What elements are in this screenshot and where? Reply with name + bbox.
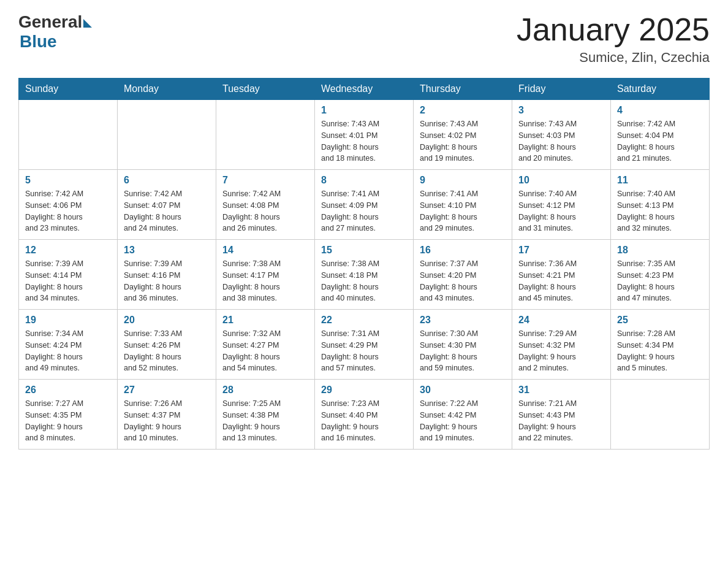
day-info: Sunrise: 7:34 AM Sunset: 4:24 PM Dayligh… bbox=[25, 328, 111, 374]
day-info: Sunrise: 7:29 AM Sunset: 4:32 PM Dayligh… bbox=[518, 328, 604, 374]
calendar-table: SundayMondayTuesdayWednesdayThursdayFrid… bbox=[18, 78, 710, 450]
day-info: Sunrise: 7:43 AM Sunset: 4:02 PM Dayligh… bbox=[420, 118, 506, 164]
day-number: 25 bbox=[617, 315, 703, 326]
day-info: Sunrise: 7:38 AM Sunset: 4:17 PM Dayligh… bbox=[222, 258, 308, 304]
day-info: Sunrise: 7:42 AM Sunset: 4:06 PM Dayligh… bbox=[25, 188, 111, 234]
day-info: Sunrise: 7:41 AM Sunset: 4:09 PM Dayligh… bbox=[321, 188, 407, 234]
day-info: Sunrise: 7:39 AM Sunset: 4:14 PM Dayligh… bbox=[25, 258, 111, 304]
calendar-day-cell: 11Sunrise: 7:40 AM Sunset: 4:13 PM Dayli… bbox=[611, 170, 710, 240]
day-number: 3 bbox=[518, 105, 604, 116]
calendar-day-cell: 5Sunrise: 7:42 AM Sunset: 4:06 PM Daylig… bbox=[19, 170, 118, 240]
day-number: 27 bbox=[124, 385, 210, 396]
day-number: 29 bbox=[321, 385, 407, 396]
calendar-week-row: 26Sunrise: 7:27 AM Sunset: 4:35 PM Dayli… bbox=[19, 380, 710, 450]
calendar-day-cell bbox=[611, 380, 710, 450]
calendar-day-cell: 13Sunrise: 7:39 AM Sunset: 4:16 PM Dayli… bbox=[118, 240, 216, 310]
day-info: Sunrise: 7:39 AM Sunset: 4:16 PM Dayligh… bbox=[124, 258, 210, 304]
day-of-week-header: Tuesday bbox=[216, 79, 315, 100]
logo: General Blue bbox=[18, 12, 92, 52]
day-info: Sunrise: 7:27 AM Sunset: 4:35 PM Dayligh… bbox=[25, 398, 111, 444]
calendar-day-cell bbox=[118, 100, 216, 170]
logo-arrow-icon bbox=[83, 19, 92, 28]
calendar-week-row: 12Sunrise: 7:39 AM Sunset: 4:14 PM Dayli… bbox=[19, 240, 710, 310]
calendar-day-cell: 1Sunrise: 7:43 AM Sunset: 4:01 PM Daylig… bbox=[315, 100, 414, 170]
day-info: Sunrise: 7:40 AM Sunset: 4:12 PM Dayligh… bbox=[518, 188, 604, 234]
day-info: Sunrise: 7:43 AM Sunset: 4:03 PM Dayligh… bbox=[518, 118, 604, 164]
calendar-day-cell: 2Sunrise: 7:43 AM Sunset: 4:02 PM Daylig… bbox=[414, 100, 512, 170]
day-number: 30 bbox=[420, 385, 506, 396]
day-number: 7 bbox=[222, 175, 308, 186]
calendar-week-row: 1Sunrise: 7:43 AM Sunset: 4:01 PM Daylig… bbox=[19, 100, 710, 170]
day-info: Sunrise: 7:40 AM Sunset: 4:13 PM Dayligh… bbox=[617, 188, 703, 234]
calendar-header-row: SundayMondayTuesdayWednesdayThursdayFrid… bbox=[19, 79, 710, 100]
calendar-day-cell: 27Sunrise: 7:26 AM Sunset: 4:37 PM Dayli… bbox=[118, 380, 216, 450]
calendar-day-cell: 28Sunrise: 7:25 AM Sunset: 4:38 PM Dayli… bbox=[216, 380, 315, 450]
day-info: Sunrise: 7:42 AM Sunset: 4:04 PM Dayligh… bbox=[617, 118, 703, 164]
day-info: Sunrise: 7:31 AM Sunset: 4:29 PM Dayligh… bbox=[321, 328, 407, 374]
logo-general-text: General bbox=[18, 12, 82, 32]
day-info: Sunrise: 7:32 AM Sunset: 4:27 PM Dayligh… bbox=[222, 328, 308, 374]
day-info: Sunrise: 7:25 AM Sunset: 4:38 PM Dayligh… bbox=[222, 398, 308, 444]
day-of-week-header: Sunday bbox=[19, 79, 118, 100]
page-header: General Blue January 2025 Sumice, Zlin, … bbox=[18, 12, 710, 66]
day-number: 24 bbox=[518, 315, 604, 326]
day-number: 6 bbox=[124, 175, 210, 186]
day-number: 8 bbox=[321, 175, 407, 186]
day-number: 14 bbox=[222, 245, 308, 256]
day-info: Sunrise: 7:43 AM Sunset: 4:01 PM Dayligh… bbox=[321, 118, 407, 164]
day-info: Sunrise: 7:22 AM Sunset: 4:42 PM Dayligh… bbox=[420, 398, 506, 444]
day-info: Sunrise: 7:33 AM Sunset: 4:26 PM Dayligh… bbox=[124, 328, 210, 374]
day-number: 1 bbox=[321, 105, 407, 116]
day-number: 10 bbox=[518, 175, 604, 186]
calendar-day-cell: 23Sunrise: 7:30 AM Sunset: 4:30 PM Dayli… bbox=[414, 310, 512, 380]
calendar-day-cell: 25Sunrise: 7:28 AM Sunset: 4:34 PM Dayli… bbox=[611, 310, 710, 380]
day-info: Sunrise: 7:28 AM Sunset: 4:34 PM Dayligh… bbox=[617, 328, 703, 374]
day-info: Sunrise: 7:35 AM Sunset: 4:23 PM Dayligh… bbox=[617, 258, 703, 304]
calendar-day-cell bbox=[216, 100, 315, 170]
day-info: Sunrise: 7:30 AM Sunset: 4:30 PM Dayligh… bbox=[420, 328, 506, 374]
day-info: Sunrise: 7:21 AM Sunset: 4:43 PM Dayligh… bbox=[518, 398, 604, 444]
day-number: 4 bbox=[617, 105, 703, 116]
day-info: Sunrise: 7:42 AM Sunset: 4:07 PM Dayligh… bbox=[124, 188, 210, 234]
calendar-day-cell: 7Sunrise: 7:42 AM Sunset: 4:08 PM Daylig… bbox=[216, 170, 315, 240]
day-number: 5 bbox=[25, 175, 111, 186]
day-info: Sunrise: 7:38 AM Sunset: 4:18 PM Dayligh… bbox=[321, 258, 407, 304]
day-number: 12 bbox=[25, 245, 111, 256]
calendar-week-row: 19Sunrise: 7:34 AM Sunset: 4:24 PM Dayli… bbox=[19, 310, 710, 380]
day-of-week-header: Saturday bbox=[611, 79, 710, 100]
calendar-day-cell: 20Sunrise: 7:33 AM Sunset: 4:26 PM Dayli… bbox=[118, 310, 216, 380]
day-number: 31 bbox=[518, 385, 604, 396]
calendar-day-cell: 29Sunrise: 7:23 AM Sunset: 4:40 PM Dayli… bbox=[315, 380, 414, 450]
calendar-day-cell: 4Sunrise: 7:42 AM Sunset: 4:04 PM Daylig… bbox=[611, 100, 710, 170]
day-info: Sunrise: 7:26 AM Sunset: 4:37 PM Dayligh… bbox=[124, 398, 210, 444]
title-section: January 2025 Sumice, Zlin, Czechia bbox=[517, 12, 710, 66]
calendar-day-cell: 10Sunrise: 7:40 AM Sunset: 4:12 PM Dayli… bbox=[512, 170, 611, 240]
day-number: 23 bbox=[420, 315, 506, 326]
day-number: 18 bbox=[617, 245, 703, 256]
calendar-day-cell: 3Sunrise: 7:43 AM Sunset: 4:03 PM Daylig… bbox=[512, 100, 611, 170]
calendar-day-cell: 12Sunrise: 7:39 AM Sunset: 4:14 PM Dayli… bbox=[19, 240, 118, 310]
day-of-week-header: Wednesday bbox=[315, 79, 414, 100]
day-number: 22 bbox=[321, 315, 407, 326]
calendar-day-cell: 26Sunrise: 7:27 AM Sunset: 4:35 PM Dayli… bbox=[19, 380, 118, 450]
calendar-day-cell: 9Sunrise: 7:41 AM Sunset: 4:10 PM Daylig… bbox=[414, 170, 512, 240]
calendar-week-row: 5Sunrise: 7:42 AM Sunset: 4:06 PM Daylig… bbox=[19, 170, 710, 240]
calendar-day-cell: 22Sunrise: 7:31 AM Sunset: 4:29 PM Dayli… bbox=[315, 310, 414, 380]
day-number: 9 bbox=[420, 175, 506, 186]
logo-blue-text: Blue bbox=[20, 32, 57, 52]
calendar-day-cell: 18Sunrise: 7:35 AM Sunset: 4:23 PM Dayli… bbox=[611, 240, 710, 310]
day-info: Sunrise: 7:36 AM Sunset: 4:21 PM Dayligh… bbox=[518, 258, 604, 304]
day-info: Sunrise: 7:37 AM Sunset: 4:20 PM Dayligh… bbox=[420, 258, 506, 304]
calendar-day-cell: 16Sunrise: 7:37 AM Sunset: 4:20 PM Dayli… bbox=[414, 240, 512, 310]
day-number: 20 bbox=[124, 315, 210, 326]
day-number: 21 bbox=[222, 315, 308, 326]
calendar-day-cell: 24Sunrise: 7:29 AM Sunset: 4:32 PM Dayli… bbox=[512, 310, 611, 380]
calendar-day-cell: 17Sunrise: 7:36 AM Sunset: 4:21 PM Dayli… bbox=[512, 240, 611, 310]
calendar-day-cell: 6Sunrise: 7:42 AM Sunset: 4:07 PM Daylig… bbox=[118, 170, 216, 240]
day-number: 19 bbox=[25, 315, 111, 326]
day-number: 15 bbox=[321, 245, 407, 256]
day-number: 28 bbox=[222, 385, 308, 396]
day-of-week-header: Thursday bbox=[414, 79, 512, 100]
day-number: 13 bbox=[124, 245, 210, 256]
day-info: Sunrise: 7:41 AM Sunset: 4:10 PM Dayligh… bbox=[420, 188, 506, 234]
